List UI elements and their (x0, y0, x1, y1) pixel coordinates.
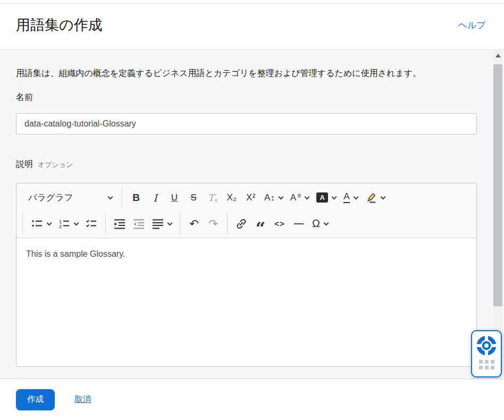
strikethrough-button[interactable]: S (184, 188, 203, 207)
highlight-dropdown[interactable] (362, 188, 389, 207)
underline-button[interactable]: U (165, 188, 184, 207)
scrollbar-thumb[interactable] (493, 64, 502, 306)
chevron-down-icon (305, 194, 310, 199)
toolbar-separator (22, 213, 23, 234)
chevron-down-icon (353, 194, 358, 199)
editor-toolbar: パラグラフ B I U S Tx X₂ X² A↕ (16, 183, 476, 238)
code-button[interactable]: <> (270, 214, 289, 233)
dialog-body: 用語集は、組織内の概念を定義するビジネス用語とカテゴリを整理および管理するために… (0, 51, 504, 379)
redo-button[interactable]: ↷ (204, 214, 223, 233)
help-link[interactable]: ヘルプ (458, 19, 486, 31)
font-color-icon: A (343, 192, 349, 203)
rich-text-editor: パラグラフ B I U S Tx X₂ X² A↕ (16, 183, 477, 367)
indent-icon (114, 218, 125, 230)
font-color-dropdown[interactable]: A (340, 188, 361, 207)
chevron-down-icon (278, 194, 283, 199)
toolbar-row-1: パラグラフ B I U S Tx X₂ X² A↕ (22, 184, 471, 211)
bold-button[interactable]: B (127, 188, 146, 207)
undo-icon: ↶ (189, 217, 199, 230)
font-family-dropdown[interactable]: A≡ (287, 188, 313, 207)
optional-label: オプション (38, 160, 73, 170)
font-size-dropdown[interactable]: A↕ (261, 188, 287, 207)
toolbar-row-2: 1 2 (22, 211, 471, 237)
toolbar-separator (122, 187, 122, 209)
scroll-up-button[interactable] (493, 51, 502, 61)
numbered-list-icon: 1 2 (58, 218, 70, 230)
alignment-dropdown[interactable] (148, 214, 175, 233)
name-label: 名前 (16, 92, 477, 103)
toolbar-separator (227, 213, 228, 235)
grid-handle-icon[interactable] (479, 360, 494, 369)
subscript-button[interactable]: X₂ (222, 188, 241, 207)
dialog-header: 用語集の作成 ヘルプ (0, 4, 504, 50)
vertical-scrollbar[interactable] (493, 51, 502, 379)
dialog-footer: 作成 取消 (0, 379, 504, 420)
chevron-down-icon (47, 220, 52, 225)
create-button[interactable]: 作成 (16, 389, 55, 410)
chevron-down-icon (324, 220, 329, 225)
font-background-icon: A (316, 192, 328, 203)
numbered-list-dropdown[interactable]: 1 2 (55, 214, 82, 233)
toolbar-separator (180, 213, 180, 235)
paragraph-style-dropdown[interactable]: パラグラフ (22, 188, 117, 207)
intro-text: 用語集は、組織内の概念を定義するビジネス用語とカテゴリを整理および管理するために… (16, 66, 472, 80)
align-icon (152, 218, 164, 230)
chevron-down-icon (332, 194, 337, 199)
name-input[interactable] (16, 113, 477, 135)
todo-list-button[interactable] (82, 214, 101, 233)
description-editor-content[interactable]: This is a sample Glossary. (16, 238, 476, 366)
special-characters-dropdown[interactable]: Ω (308, 214, 332, 233)
outdent-button[interactable] (129, 214, 148, 233)
chevron-down-icon (380, 194, 385, 199)
link-button[interactable] (232, 214, 251, 233)
remove-format-button[interactable]: Tx (203, 188, 222, 207)
redo-icon: ↷ (208, 217, 218, 230)
description-label: 説明 (16, 159, 33, 170)
horizontal-line-button[interactable]: — (289, 214, 308, 233)
help-buoy-icon[interactable] (475, 334, 498, 357)
block-quote-button[interactable]: “ (251, 214, 270, 233)
chevron-down-icon (108, 194, 113, 199)
font-background-color-dropdown[interactable]: A (313, 188, 340, 207)
svg-text:2: 2 (59, 223, 62, 229)
italic-button[interactable]: I (146, 188, 165, 207)
help-widget[interactable] (471, 330, 502, 377)
page-title: 用語集の作成 (16, 15, 103, 35)
create-glossary-dialog: 用語集の作成 ヘルプ 用語集は、組織内の概念を定義するビジネス用語とカテゴリを整… (0, 0, 504, 420)
bulleted-list-dropdown[interactable] (28, 214, 55, 233)
chevron-down-icon (74, 220, 79, 225)
scroll-up-arrow-icon (495, 54, 501, 57)
outdent-icon (133, 218, 145, 230)
paragraph-style-label: パラグラフ (28, 192, 73, 204)
chevron-down-icon (167, 220, 173, 225)
superscript-button[interactable]: X² (241, 188, 261, 207)
cancel-link[interactable]: 取消 (74, 394, 91, 405)
description-label-row: 説明 オプション (16, 159, 477, 170)
undo-button[interactable]: ↶ (184, 214, 204, 233)
link-icon (236, 218, 247, 230)
highlight-pen-icon (365, 192, 377, 204)
bulleted-list-icon (31, 218, 43, 230)
indent-button[interactable] (110, 214, 129, 233)
toolbar-separator (105, 213, 106, 235)
todo-list-icon (86, 218, 97, 230)
